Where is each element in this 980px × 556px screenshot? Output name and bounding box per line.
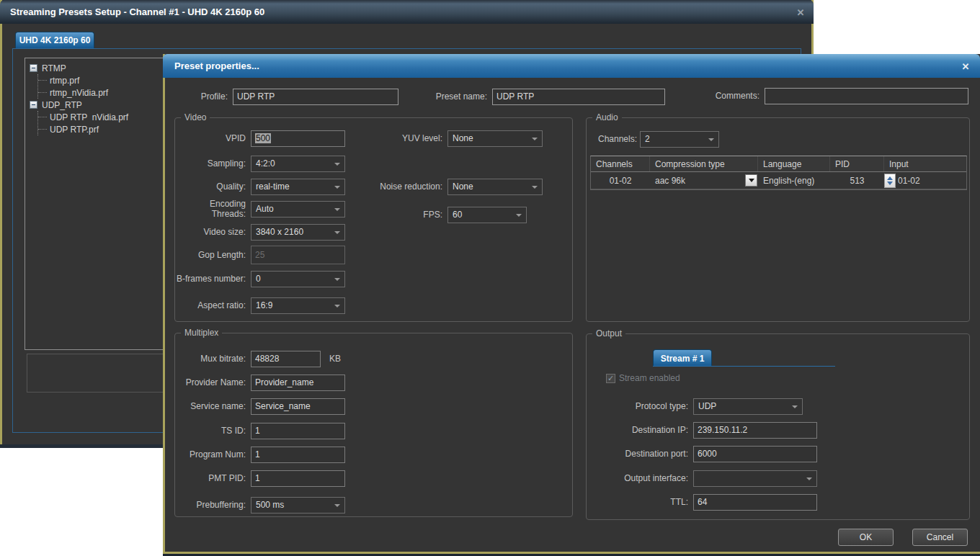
cell-compression-type[interactable]: aac 96k — [650, 172, 758, 189]
b-frames-label: B-frames number: — [175, 274, 251, 284]
output-group-title: Output — [592, 328, 625, 338]
audio-table-header: Channels Compression type Language PID I… — [591, 156, 966, 172]
provider-name-label: Provider Name: — [175, 377, 251, 387]
comments-input[interactable] — [765, 88, 968, 104]
tab-stream-1[interactable]: Stream # 1 — [653, 349, 712, 367]
main-window-title: Streaming Presets Setup - Channel #1 - U… — [10, 6, 264, 17]
sampling-dropdown[interactable]: 4:2:0 — [251, 156, 345, 172]
b-frames-dropdown[interactable]: 0 — [251, 271, 345, 287]
chevron-down-icon — [792, 405, 798, 408]
stream-enabled-checkbox[interactable]: ✓ — [606, 374, 615, 383]
profile-input[interactable] — [233, 89, 398, 105]
preset-name-label: Preset name: — [422, 91, 492, 102]
ok-button[interactable]: OK — [838, 529, 894, 546]
tree-node-rtmp[interactable]: RTMP — [30, 62, 164, 74]
spinner-down-icon — [887, 181, 893, 185]
protocol-type-dropdown[interactable]: UDP — [693, 398, 803, 415]
provider-name-input[interactable] — [251, 375, 345, 391]
col-header-input: Input — [884, 156, 965, 171]
dialog-title: Preset properties... — [174, 60, 259, 71]
stream-enabled-label: Stream enabled — [619, 373, 680, 383]
cancel-button[interactable]: Cancel — [912, 529, 968, 546]
tree-item-udp-rtp-prf[interactable]: UDP RTP.prf — [38, 123, 164, 135]
yuv-level-dropdown[interactable]: None — [447, 130, 543, 147]
preset-name-input[interactable] — [492, 89, 665, 105]
collapse-icon[interactable] — [30, 101, 37, 109]
stream-enabled-row: ✓ Stream enabled — [606, 372, 680, 385]
ts-id-label: TS ID: — [175, 426, 251, 436]
cell-channels: 01-02 — [591, 172, 650, 189]
profile-label: Profile: — [165, 91, 233, 102]
tab-uhd-4k-2160p-60[interactable]: UHD 4K 2160p 60 — [15, 32, 94, 48]
quality-label: Quality: — [175, 181, 251, 192]
multiplex-group-title: Multiplex — [181, 328, 222, 338]
video-size-dropdown[interactable]: 3840 x 2160 — [251, 224, 345, 241]
chevron-down-icon — [334, 208, 340, 211]
audio-group-title: Audio — [592, 112, 622, 122]
pmt-pid-input[interactable] — [251, 470, 345, 487]
prebuffering-dropdown[interactable]: 500 ms — [251, 497, 345, 514]
mux-bitrate-unit: KB — [329, 354, 341, 364]
destination-port-label: Destination port: — [587, 449, 693, 459]
chevron-down-icon — [334, 305, 340, 308]
spinner-up-icon — [887, 176, 893, 180]
encoding-threads-dropdown[interactable]: Auto — [251, 201, 345, 218]
chevron-down-icon — [334, 231, 340, 234]
fps-label: FPS: — [375, 210, 447, 220]
quality-dropdown[interactable]: real-time — [251, 179, 345, 195]
aspect-ratio-dropdown[interactable]: 16:9 — [251, 297, 345, 314]
noise-reduction-dropdown[interactable]: None — [447, 179, 543, 195]
destination-port-input[interactable] — [693, 446, 817, 462]
protocol-type-label: Protocol type: — [587, 401, 693, 411]
input-spinner[interactable] — [884, 174, 896, 188]
output-interface-label: Output interface: — [587, 473, 693, 483]
chevron-down-icon — [532, 138, 538, 140]
multiplex-group: Multiplex Mux bitrate: KB Provider Name:… — [174, 333, 573, 517]
tree-bottom-panel — [27, 354, 165, 393]
dialog-titlebar[interactable]: Preset properties... ✕ — [163, 54, 980, 78]
aspect-ratio-label: Aspect ratio: — [175, 300, 251, 310]
cell-language: English-(eng) — [758, 172, 830, 189]
col-header-channels: Channels — [591, 156, 650, 171]
close-icon[interactable]: ✕ — [959, 60, 972, 73]
audio-channels-label: Channels: — [598, 134, 640, 144]
chevron-down-icon — [806, 477, 812, 480]
checkmark-icon: ✓ — [607, 374, 614, 382]
gop-length-label: Gop Length: — [175, 250, 251, 260]
collapse-icon[interactable] — [30, 64, 37, 72]
tree-node-udp-rtp[interactable]: UDP_RTP — [30, 99, 164, 111]
main-window-titlebar[interactable]: Streaming Presets Setup - Channel #1 - U… — [0, 0, 814, 24]
chevron-down-icon — [334, 186, 340, 189]
chevron-down-icon — [708, 138, 714, 141]
tree-item-rtmp-nvidia-prf[interactable]: rtmp_nVidia.prf — [38, 86, 164, 99]
chevron-down-icon — [334, 504, 340, 507]
destination-ip-input[interactable] — [693, 422, 817, 439]
program-num-input[interactable] — [251, 447, 345, 463]
stream-tab-underline — [653, 366, 835, 367]
cell-input[interactable]: 01-02 — [884, 172, 965, 189]
tree-item-rtmp-prf[interactable]: rtmp.prf — [38, 74, 164, 86]
ts-id-input[interactable] — [251, 423, 345, 439]
fps-dropdown[interactable]: 60 — [447, 207, 527, 223]
ttl-input[interactable] — [693, 494, 817, 511]
service-name-input[interactable] — [251, 398, 345, 415]
program-num-label: Program Num: — [175, 449, 251, 459]
audio-channels-dropdown[interactable]: 2 — [640, 131, 719, 148]
table-row[interactable]: 01-02 aac 96k English-(eng) 513 01-02 — [591, 172, 966, 189]
vpid-input[interactable]: 500 — [251, 130, 345, 147]
output-group: Output Stream # 1 ✓ Stream enabled Proto… — [586, 333, 970, 520]
cell-pid: 513 — [830, 172, 884, 189]
chevron-down-icon — [532, 186, 538, 189]
tree-item-udp-rtp-nvidia-prf[interactable]: UDP RTP nVidia.prf — [38, 111, 164, 123]
col-header-compression-type: Compression type — [650, 156, 758, 171]
output-interface-dropdown[interactable] — [693, 470, 817, 487]
mux-bitrate-input[interactable] — [251, 351, 321, 367]
prebuffering-label: Prebuffering: — [175, 500, 251, 510]
destination-ip-label: Destination IP: — [587, 425, 693, 435]
service-name-label: Service name: — [175, 401, 251, 411]
video-group: Video VPID 500 Sampling: 4:2:0 Quality: … — [174, 117, 573, 322]
compression-dropdown-button[interactable] — [745, 174, 757, 187]
noise-reduction-label: Noise reduction: — [375, 181, 447, 192]
close-icon[interactable]: ✕ — [794, 6, 807, 19]
vpid-selected-text: 500 — [255, 133, 271, 143]
